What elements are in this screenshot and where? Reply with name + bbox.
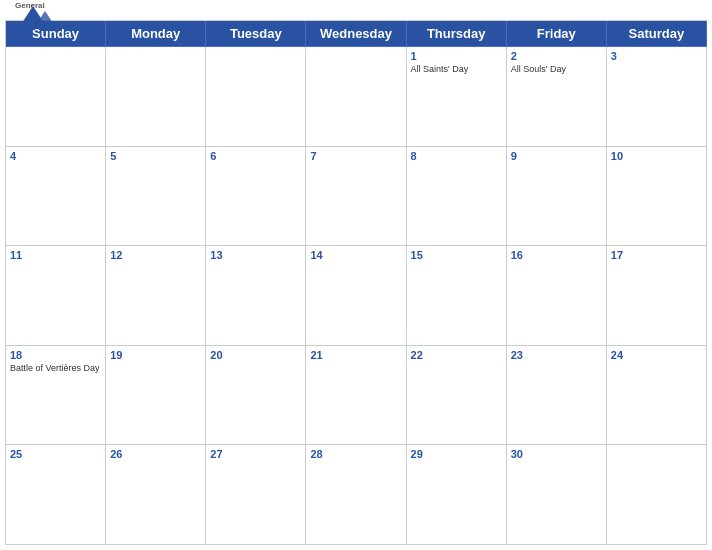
day-cell: 12 [106,246,206,346]
day-number: 13 [210,249,301,261]
day-cell: 22 [407,346,507,446]
day-number: 8 [411,150,502,162]
day-number: 27 [210,448,301,460]
day-cell [607,445,707,545]
holiday-name: Battle of Vertières Day [10,363,101,374]
day-cell: 27 [206,445,306,545]
day-header-monday: Monday [106,21,206,47]
week-row-0: 1All Saints' Day2All Souls' Day3 [6,47,707,147]
day-cell: 25 [6,445,106,545]
day-cell: 2All Souls' Day [507,47,607,147]
day-number: 4 [10,150,101,162]
day-number: 3 [611,50,702,62]
day-cell: 9 [507,147,607,247]
day-cell: 3 [607,47,707,147]
day-number: 1 [411,50,502,62]
day-number: 22 [411,349,502,361]
day-number: 23 [511,349,602,361]
day-cell: 14 [306,246,406,346]
calendar-container: General Blue SundayMondayTuesdayWednesda… [0,0,712,550]
day-number: 24 [611,349,702,361]
day-cell: 5 [106,147,206,247]
day-number: 18 [10,349,101,361]
logo-icon: General Blue [15,0,55,24]
day-cell: 26 [106,445,206,545]
day-number: 14 [310,249,401,261]
day-number: 10 [611,150,702,162]
day-cell: 1All Saints' Day [407,47,507,147]
day-header-friday: Friday [507,21,607,47]
day-number: 19 [110,349,201,361]
day-cell: 7 [306,147,406,247]
day-cell: 6 [206,147,306,247]
day-cell: 23 [507,346,607,446]
day-cell: 30 [507,445,607,545]
holiday-name: All Souls' Day [511,64,602,75]
day-number: 29 [411,448,502,460]
day-number: 2 [511,50,602,62]
svg-text:Blue: Blue [15,21,37,31]
day-cell: 13 [206,246,306,346]
day-cell: 29 [407,445,507,545]
day-header-wednesday: Wednesday [306,21,406,47]
calendar-header: General Blue [0,0,712,20]
day-cell: 28 [306,445,406,545]
day-number: 12 [110,249,201,261]
day-number: 26 [110,448,201,460]
day-header-saturday: Saturday [607,21,707,47]
week-row-2: 11121314151617 [6,246,707,346]
day-number: 16 [511,249,602,261]
day-number: 17 [611,249,702,261]
day-header-tuesday: Tuesday [206,21,306,47]
day-cell: 20 [206,346,306,446]
week-row-1: 45678910 [6,147,707,247]
day-cell: 24 [607,346,707,446]
day-cell: 19 [106,346,206,446]
day-cell: 10 [607,147,707,247]
holiday-name: All Saints' Day [411,64,502,75]
day-cell [6,47,106,147]
svg-text:General: General [15,1,45,10]
day-number: 21 [310,349,401,361]
day-number: 5 [110,150,201,162]
logo: General Blue [15,0,55,24]
day-cell: 21 [306,346,406,446]
day-headers-row: SundayMondayTuesdayWednesdayThursdayFrid… [6,21,707,47]
calendar-grid: SundayMondayTuesdayWednesdayThursdayFrid… [5,20,707,545]
day-number: 25 [10,448,101,460]
day-number: 28 [310,448,401,460]
day-number: 30 [511,448,602,460]
day-number: 6 [210,150,301,162]
day-cell: 4 [6,147,106,247]
day-number: 7 [310,150,401,162]
day-cell [106,47,206,147]
week-row-4: 252627282930 [6,445,707,545]
weeks-container: 1All Saints' Day2All Souls' Day345678910… [6,47,707,545]
day-number: 15 [411,249,502,261]
day-cell: 18Battle of Vertières Day [6,346,106,446]
week-row-3: 18Battle of Vertières Day192021222324 [6,346,707,446]
day-cell [306,47,406,147]
day-cell: 15 [407,246,507,346]
day-number: 11 [10,249,101,261]
day-number: 9 [511,150,602,162]
day-number: 20 [210,349,301,361]
day-header-thursday: Thursday [407,21,507,47]
day-cell: 8 [407,147,507,247]
day-cell: 16 [507,246,607,346]
day-cell: 17 [607,246,707,346]
day-cell [206,47,306,147]
day-cell: 11 [6,246,106,346]
